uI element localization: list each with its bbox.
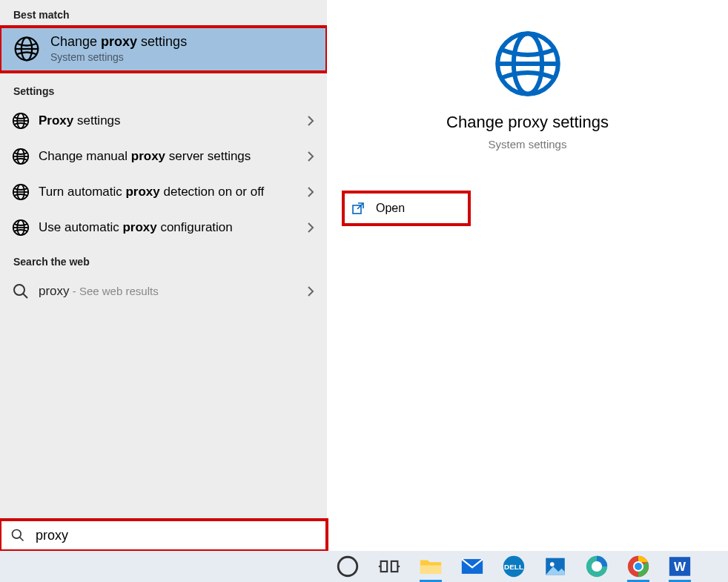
svg-rect-24 — [381, 561, 388, 572]
search-input[interactable] — [36, 528, 317, 543]
settings-list: Proxy settings Change manual proxy serve… — [0, 103, 327, 245]
web-result-label: proxy - See web results — [39, 283, 315, 300]
preview-subtitle: System settings — [489, 138, 567, 151]
chevron-right-icon — [305, 186, 317, 198]
svg-point-35 — [592, 561, 602, 572]
taskbar: DELL W — [0, 551, 728, 582]
settings-item-auto-config[interactable]: Use automatic proxy configuration — [0, 210, 327, 245]
edge-icon[interactable] — [584, 554, 609, 579]
svg-point-33 — [550, 562, 555, 566]
section-search-web: Search the web — [0, 245, 327, 274]
svg-point-21 — [13, 530, 21, 539]
cortana-icon[interactable] — [335, 554, 360, 579]
globe-icon — [12, 148, 30, 165]
settings-item-label: Change manual proxy server settings — [39, 148, 315, 165]
search-icon — [12, 282, 30, 300]
web-result-item[interactable]: proxy - See web results — [0, 274, 327, 309]
svg-rect-25 — [391, 561, 398, 572]
globe-icon — [12, 219, 30, 237]
best-match-subtitle: System settings — [50, 51, 187, 63]
globe-icon — [13, 36, 40, 62]
svg-point-23 — [338, 557, 357, 576]
photos-icon[interactable] — [543, 554, 568, 579]
search-icon — [10, 528, 25, 543]
settings-item-proxy-settings[interactable]: Proxy settings — [0, 103, 327, 139]
settings-item-auto-detection[interactable]: Turn automatic proxy detection on or off — [0, 174, 327, 210]
svg-line-16 — [23, 294, 27, 298]
globe-icon — [12, 112, 30, 130]
dell-icon[interactable]: DELL — [501, 554, 526, 579]
preview-actions: Open — [327, 192, 728, 225]
globe-icon — [12, 183, 30, 201]
svg-text:DELL: DELL — [504, 563, 523, 571]
best-match-title: Change proxy settings — [50, 34, 187, 50]
mail-icon[interactable] — [460, 554, 485, 579]
settings-item-label: Proxy settings — [39, 113, 315, 130]
chrome-icon[interactable] — [626, 554, 651, 579]
section-settings: Settings — [0, 72, 327, 103]
best-match-result[interactable]: Change proxy settings System settings — [0, 27, 327, 72]
preview-panel: Change proxy settings System settings Op… — [327, 0, 728, 551]
open-icon — [351, 201, 365, 216]
file-explorer-icon[interactable] — [418, 554, 443, 579]
svg-point-38 — [635, 563, 642, 570]
settings-item-label: Use automatic proxy configuration — [39, 219, 315, 237]
search-bar[interactable] — [0, 520, 327, 551]
word-icon[interactable]: W — [667, 554, 692, 579]
settings-item-label: Turn automatic proxy detection on or off — [39, 184, 315, 201]
preview-title: Change proxy settings — [446, 113, 609, 132]
chevron-right-icon — [305, 285, 317, 297]
chevron-right-icon — [305, 151, 317, 162]
open-action[interactable]: Open — [343, 192, 469, 225]
svg-point-15 — [14, 285, 24, 295]
svg-text:W: W — [674, 560, 686, 574]
svg-rect-28 — [420, 566, 441, 574]
open-label: Open — [376, 202, 405, 215]
chevron-right-icon — [305, 115, 317, 127]
section-best-match: Best match — [0, 0, 327, 27]
search-results-panel: Best match Change proxy settings System … — [0, 0, 327, 551]
globe-icon — [492, 28, 563, 99]
task-view-icon[interactable] — [377, 554, 402, 579]
svg-line-22 — [20, 538, 24, 541]
chevron-right-icon — [305, 222, 317, 234]
settings-item-manual-proxy[interactable]: Change manual proxy server settings — [0, 139, 327, 174]
